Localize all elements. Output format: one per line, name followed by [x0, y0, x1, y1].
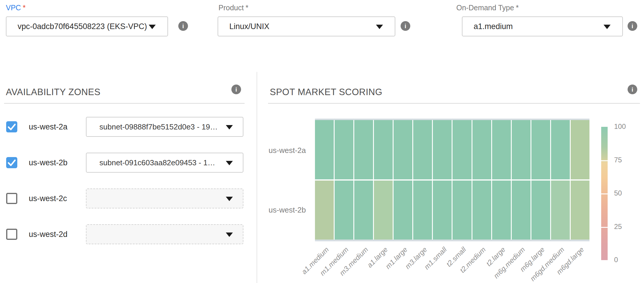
- on-demand-type-info-icon[interactable]: i: [628, 21, 637, 31]
- heatmap-cell[interactable]: [571, 120, 589, 179]
- subnet-select-value: subnet-091c603aa82e09453 - 192.168…: [87, 158, 243, 167]
- az-checkbox-us-west-2a[interactable]: [6, 121, 17, 132]
- required-asterisk: *: [23, 4, 26, 12]
- required-asterisk: *: [516, 4, 519, 12]
- heatmap-cell[interactable]: [433, 120, 452, 179]
- colorbar-tick-label: 75: [614, 156, 635, 164]
- heatmap-cell[interactable]: [335, 181, 353, 240]
- check-icon: [6, 157, 17, 168]
- on-demand-type-field-label: On-Demand Type*: [456, 4, 519, 12]
- required-asterisk: *: [245, 4, 248, 12]
- heatmap-cell[interactable]: [472, 181, 491, 240]
- heatmap-cell[interactable]: [531, 120, 550, 179]
- heatmap-cell[interactable]: [571, 181, 589, 240]
- colorbar-separator: [601, 227, 608, 228]
- heatmap-cell[interactable]: [354, 120, 373, 179]
- subnet-select-value: subnet-09888f7be5152d0e3 - 192.168…: [87, 122, 243, 132]
- colorbar-separator: [601, 193, 608, 194]
- chevron-down-icon: [226, 197, 233, 201]
- spot-market-scoring-title: SPOT MARKET SCORING: [270, 87, 382, 97]
- heatmap-cell[interactable]: [472, 120, 491, 179]
- heatmap-cell[interactable]: [374, 120, 393, 179]
- heatmap-cell[interactable]: [315, 181, 334, 240]
- az-checkbox-us-west-2c[interactable]: [6, 193, 17, 204]
- heatmap-cell[interactable]: [374, 181, 393, 240]
- heatmap-cell[interactable]: [394, 181, 412, 240]
- heatmap-cell[interactable]: [453, 120, 471, 179]
- availability-zones-title: AVAILABILITY ZONES: [6, 87, 101, 97]
- heatmap-cell[interactable]: [335, 120, 353, 179]
- vpc-select-value: vpc-0adcb70f645508223 (EKS-VPC): [6, 22, 167, 31]
- vpc-select[interactable]: vpc-0adcb70f645508223 (EKS-VPC): [6, 16, 168, 36]
- spot-score-heatmap: [315, 120, 589, 240]
- az-zone-label: us-west-2a: [29, 122, 67, 132]
- heatmap-cell[interactable]: [531, 181, 550, 240]
- chevron-down-icon: [226, 125, 233, 129]
- chevron-down-icon: [376, 25, 383, 29]
- subnet-select-us-west-2b[interactable]: subnet-091c603aa82e09453 - 192.168…: [86, 153, 243, 173]
- heatmap-cell[interactable]: [354, 181, 373, 240]
- vpc-field-label: VPC*: [6, 4, 26, 12]
- subnet-select-us-west-2a[interactable]: subnet-09888f7be5152d0e3 - 192.168…: [86, 117, 243, 137]
- heatmap-row-label-us-west-2a: us-west-2a: [256, 146, 306, 155]
- heatmap-cell[interactable]: [512, 181, 531, 240]
- az-zone-label: us-west-2c: [29, 194, 67, 203]
- product-select[interactable]: Linux/UNIX: [218, 16, 395, 36]
- check-icon: [6, 121, 17, 132]
- divider: [4, 103, 245, 104]
- az-checkbox-us-west-2b[interactable]: [6, 157, 17, 168]
- heatmap-cell[interactable]: [492, 120, 511, 179]
- vpc-info-icon[interactable]: i: [178, 21, 188, 31]
- heatmap-cell[interactable]: [551, 120, 570, 179]
- chevron-down-icon: [226, 233, 233, 237]
- heatmap-cell[interactable]: [492, 181, 511, 240]
- on-demand-type-select[interactable]: a1.medium: [462, 16, 623, 36]
- chevron-down-icon: [604, 25, 611, 29]
- availability-zones-info-icon[interactable]: i: [231, 85, 241, 94]
- product-field-label: Product*: [218, 4, 248, 12]
- heatmap-bottom-edge: [315, 240, 589, 241]
- subnet-select-us-west-2d[interactable]: [86, 224, 243, 244]
- colorbar-tick-label: 100: [614, 122, 635, 131]
- az-zone-label: us-west-2b: [29, 158, 67, 167]
- score-colorbar: [601, 127, 608, 260]
- product-info-icon[interactable]: i: [401, 21, 410, 31]
- colorbar-separator: [601, 160, 608, 161]
- colorbar-tick-label: 50: [614, 189, 635, 197]
- az-checkbox-us-west-2d[interactable]: [6, 229, 17, 240]
- heatmap-cell[interactable]: [413, 181, 432, 240]
- colorbar-tick-label: 0: [614, 256, 635, 264]
- heatmap-cell[interactable]: [453, 181, 471, 240]
- vpc-label-text: VPC: [6, 4, 21, 12]
- product-select-value: Linux/UNIX: [218, 22, 395, 31]
- panel-divider: [257, 72, 257, 283]
- divider: [268, 103, 640, 104]
- heatmap-cell[interactable]: [315, 120, 334, 179]
- heatmap-cell[interactable]: [551, 181, 570, 240]
- spot-market-config-page: VPC* vpc-0adcb70f645508223 (EKS-VPC) i P…: [0, 0, 644, 283]
- on-demand-type-label-text: On-Demand Type: [456, 4, 514, 12]
- heatmap-cell[interactable]: [413, 120, 432, 179]
- subnet-select-us-west-2c[interactable]: [86, 188, 243, 208]
- spot-market-scoring-info-icon[interactable]: i: [628, 85, 637, 94]
- heatmap-cell[interactable]: [394, 120, 412, 179]
- heatmap-cell[interactable]: [512, 120, 531, 179]
- heatmap-row-label-us-west-2b: us-west-2b: [256, 205, 306, 215]
- heatmap-cell[interactable]: [433, 181, 452, 240]
- on-demand-type-select-value: a1.medium: [462, 22, 622, 31]
- product-label-text: Product: [218, 4, 244, 12]
- chevron-down-icon: [226, 161, 233, 165]
- colorbar-tick-label: 25: [614, 223, 635, 231]
- chevron-down-icon: [149, 25, 156, 29]
- az-zone-label: us-west-2d: [29, 230, 67, 239]
